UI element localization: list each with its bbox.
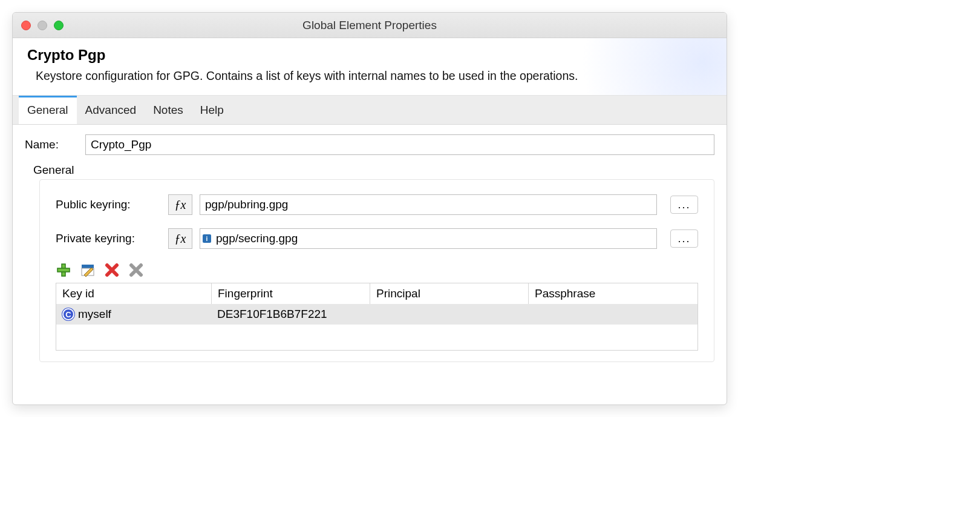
table-header-row: Key id Fingerprint Principal Passphrase [56, 283, 697, 304]
edit-icon [80, 263, 95, 277]
tab-help[interactable]: Help [192, 96, 232, 124]
fx-icon: ƒx [175, 198, 186, 212]
browse-private-button[interactable]: ... [670, 229, 698, 248]
keys-toolbar [56, 262, 698, 278]
dialog-window: Global Element Properties Crypto Pgp Key… [12, 12, 727, 405]
plus-icon [56, 263, 71, 277]
col-fingerprint[interactable]: Fingerprint [211, 283, 370, 304]
public-keyring-input-wrap [200, 194, 657, 215]
fx-icon: ƒx [175, 232, 186, 246]
cell-passphrase [528, 311, 697, 318]
info-icon: i [203, 234, 211, 243]
row-type-icon: C [62, 308, 74, 320]
col-principal[interactable]: Principal [370, 283, 528, 304]
cell-principal [370, 311, 528, 318]
ellipsis-icon: ... [678, 233, 690, 245]
table-row[interactable]: C myself DE3F10F1B6B7F221 [56, 304, 697, 325]
cell-keyid: myself [78, 308, 111, 321]
general-group: Public keyring: ƒx ... Private keyring: … [39, 179, 714, 362]
name-input[interactable] [85, 134, 714, 155]
titlebar: Global Element Properties [13, 13, 727, 38]
disabled-key-button [128, 262, 144, 278]
minimize-icon[interactable] [38, 21, 47, 30]
col-keyid[interactable]: Key id [56, 283, 211, 304]
cell-fingerprint: DE3F10F1B6B7F221 [211, 304, 370, 325]
tabbar: General Advanced Notes Help [13, 96, 727, 125]
private-keyring-input[interactable] [211, 229, 656, 248]
svg-rect-2 [82, 265, 94, 268]
page-title: Crypto Pgp [27, 47, 712, 64]
edit-key-button[interactable] [80, 262, 96, 278]
heading-block: Crypto Pgp Keystore configuration for GP… [13, 38, 727, 96]
svg-rect-1 [57, 268, 70, 272]
col-passphrase[interactable]: Passphrase [528, 283, 697, 304]
window-controls [21, 21, 64, 30]
tab-advanced[interactable]: Advanced [77, 96, 145, 124]
zoom-icon[interactable] [54, 21, 64, 30]
tab-general[interactable]: General [19, 96, 77, 124]
private-keyring-label: Private keyring: [56, 232, 161, 245]
add-key-button[interactable] [56, 262, 71, 278]
page-subtitle: Keystore configuration for GPG. Contains… [27, 67, 590, 84]
fx-button-public[interactable]: ƒx [168, 194, 192, 215]
public-keyring-label: Public keyring: [56, 198, 161, 211]
fx-button-private[interactable]: ƒx [168, 228, 192, 249]
delete-key-button[interactable] [104, 262, 120, 278]
public-keyring-input[interactable] [200, 195, 656, 214]
keys-table: Key id Fingerprint Principal Passphrase … [56, 283, 698, 351]
tab-notes[interactable]: Notes [145, 96, 192, 124]
tab-body: Name: General Public keyring: ƒx ... Pri… [13, 125, 727, 404]
group-label: General [25, 160, 714, 179]
window-title: Global Element Properties [13, 19, 727, 32]
browse-public-button[interactable]: ... [670, 196, 698, 214]
x-disabled-icon [129, 263, 143, 277]
close-icon[interactable] [21, 21, 31, 30]
table-empty-area [56, 325, 697, 350]
x-icon [105, 263, 119, 277]
private-keyring-input-wrap: i [200, 228, 657, 249]
ellipsis-icon: ... [678, 199, 690, 211]
name-label: Name: [25, 138, 77, 151]
